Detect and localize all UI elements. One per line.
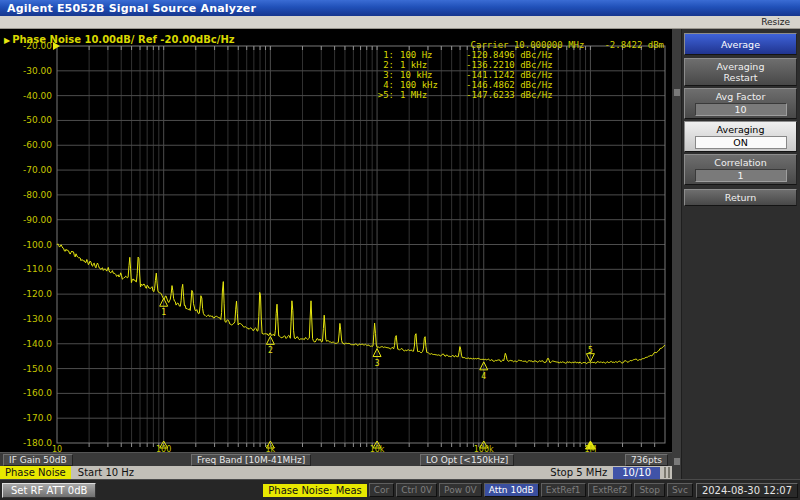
carrier-frequency: Carrier 10.000000 MHz xyxy=(471,40,585,50)
measurement-settings-bar: IF Gain 50dB Freq Band [10M-41MHz] LO Op… xyxy=(0,452,672,466)
stop-frequency-readout: Stop 5 MHz xyxy=(550,467,607,478)
y-axis-label: -150.0 xyxy=(2,364,52,374)
marker-id: 2: xyxy=(368,60,394,70)
marker-row: 1:100 Hz-120.8496 dBc/Hz xyxy=(368,50,553,60)
y-axis-label: -40.00 xyxy=(2,91,52,101)
softkey-menu-title: Average xyxy=(684,33,797,55)
marker-table: 1:100 Hz-120.8496 dBc/Hz2:1 kHz-136.2210… xyxy=(368,50,553,100)
softkey-label: Averaging xyxy=(717,124,765,135)
clock-readout: 2024-08-30 12:07 xyxy=(696,483,798,498)
y-axis-label: -90.00 xyxy=(2,215,52,225)
y-axis-label: -160.0 xyxy=(2,388,52,398)
start-frequency-readout: Start 10 Hz xyxy=(78,467,134,478)
marker-frequency: 100 Hz xyxy=(400,50,464,60)
marker-row: 2:1 kHz-136.2210 dBc/Hz xyxy=(368,60,553,70)
marker-row: >5:1 MHz-147.6233 dBc/Hz xyxy=(368,90,553,100)
y-axis-label: -110.0 xyxy=(2,264,52,274)
measurement-status-badge: Phase Noise: Meas xyxy=(263,484,366,497)
softkey-correlation[interactable]: Correlation1 xyxy=(684,154,797,185)
status-indicator-pow-0v: Pow 0V xyxy=(439,483,482,497)
marker-value: -141.1242 dBc/Hz xyxy=(466,70,553,80)
scrollbar-thumb-bottom[interactable] xyxy=(674,458,680,465)
marker-value: -147.6233 dBc/Hz xyxy=(466,90,553,100)
softkey-label: Averaging xyxy=(717,61,765,72)
status-indicator-svc: Svc xyxy=(667,483,693,497)
softkey-avg-factor[interactable]: Avg Factor10 xyxy=(684,88,797,119)
plot-canvas[interactable]: 12345 xyxy=(0,29,672,452)
marker-frequency: 10 kHz xyxy=(400,70,464,80)
status-indicator-attn-10db: Attn 10dB xyxy=(484,483,539,497)
svg-text:1: 1 xyxy=(161,308,166,317)
marker-frequency: 1 kHz xyxy=(400,60,464,70)
softkey-label: Correlation xyxy=(714,157,766,168)
if-gain-readout: IF Gain 50dB xyxy=(3,454,73,466)
title-bar[interactable]: Agilent E5052B Signal Source Analyzer xyxy=(0,0,800,16)
softkey-value: ON xyxy=(695,136,787,149)
marker-value: -136.2210 dBc/Hz xyxy=(466,60,553,70)
softkey-value: 10 xyxy=(695,103,787,116)
graph-column: 12345 ▶Phase Noise 10.00dB/ Ref -20.00dB… xyxy=(0,29,672,479)
y-axis-label: -120.0 xyxy=(2,289,52,299)
marker-id: 3: xyxy=(368,70,394,80)
marker-frequency: 1 MHz xyxy=(400,90,464,100)
set-rf-att-button[interactable]: Set RF ATT 0dB xyxy=(2,483,96,498)
y-axis-label: -60.00 xyxy=(2,140,52,150)
svg-text:3: 3 xyxy=(375,359,380,368)
carrier-power: -2.8422 dBm xyxy=(604,40,664,50)
lo-opt-readout: LO Opt [<150kHz] xyxy=(420,454,514,466)
softkey-label: Return xyxy=(725,192,757,203)
y-axis-label: -130.0 xyxy=(2,314,52,324)
y-axis-label: -100.0 xyxy=(2,240,52,250)
phase-noise-graph: 12345 ▶Phase Noise 10.00dB/ Ref -20.00dB… xyxy=(0,29,672,452)
softkey-label: Avg Factor xyxy=(716,91,766,102)
softkey-sidebar: Average AveragingRestartAvg Factor10Aver… xyxy=(672,29,800,479)
y-axis-label: -140.0 xyxy=(2,339,52,349)
softkey-return[interactable]: Return xyxy=(684,189,797,206)
points-readout: 736pts xyxy=(625,454,668,466)
tab-bar-separator xyxy=(664,467,670,478)
marker-value: -146.4862 dBc/Hz xyxy=(466,80,553,90)
marker-row: 3:10 kHz-141.1242 dBc/Hz xyxy=(368,70,553,80)
y-axis-label: -30.00 xyxy=(2,66,52,76)
y-axis-label: -170.0 xyxy=(2,413,52,423)
status-indicator-cor: Cor xyxy=(369,483,395,497)
status-bar: Set RF ATT 0dB Phase Noise: Meas CorCtrl… xyxy=(0,479,800,500)
marker-id: 4: xyxy=(368,80,394,90)
softkey-label-line2: Restart xyxy=(685,72,796,83)
softkey-value: 1 xyxy=(695,169,787,182)
marker-row: 4:100 kHz-146.4862 dBc/Hz xyxy=(368,80,553,90)
scrollbar-thumb-top[interactable] xyxy=(674,89,680,96)
resize-button[interactable]: Resize xyxy=(761,17,790,27)
freq-band-readout: Freq Band [10M-41MHz] xyxy=(191,454,311,466)
average-count-badge: 10/10 xyxy=(613,467,660,479)
svg-text:2: 2 xyxy=(268,346,273,355)
softkey-scrollbar[interactable] xyxy=(672,29,682,479)
status-indicator-ctrl-0v: Ctrl 0V xyxy=(396,483,437,497)
softkey-averaging[interactable]: AveragingON xyxy=(684,121,797,152)
marker-value: -120.8496 dBc/Hz xyxy=(466,50,553,60)
softkey-averaging[interactable]: AveragingRestart xyxy=(684,58,797,86)
tab-phase-noise[interactable]: Phase Noise xyxy=(0,466,71,479)
window-title: Agilent E5052B Signal Source Analyzer xyxy=(7,2,256,15)
y-axis-label: -20.00 xyxy=(2,41,52,51)
carrier-readout: Carrier 10.000000 MHz-2.8422 dBm xyxy=(471,40,664,50)
status-indicator-stop: Stop xyxy=(634,483,664,497)
y-axis-label: -80.00 xyxy=(2,190,52,200)
y-axis-label: -50.00 xyxy=(2,115,52,125)
measurement-tab-bar: Phase Noise Start 10 Hz Stop 5 MHz 10/10 xyxy=(0,466,672,479)
menu-bar: Resize xyxy=(0,16,800,29)
status-indicator-extref1: ExtRef1 xyxy=(541,483,586,497)
svg-text:4: 4 xyxy=(481,372,486,381)
marker-id: >5: xyxy=(368,90,394,100)
y-axis-label: -70.00 xyxy=(2,165,52,175)
marker-id: 1: xyxy=(368,50,394,60)
status-indicator-extref2: ExtRef2 xyxy=(588,483,633,497)
main-area: 12345 ▶Phase Noise 10.00dB/ Ref -20.00dB… xyxy=(0,29,800,479)
marker-frequency: 100 kHz xyxy=(400,80,464,90)
